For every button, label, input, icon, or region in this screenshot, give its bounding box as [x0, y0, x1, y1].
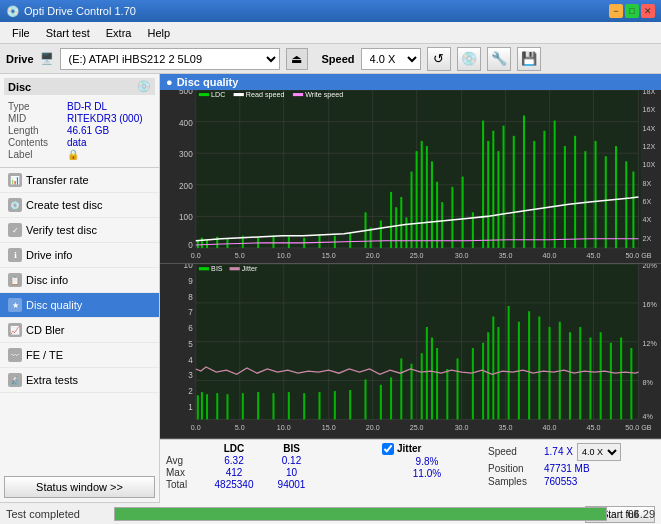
sidebar-item-disc-info[interactable]: 📋 Disc info	[0, 268, 159, 293]
progress-bar-fill	[115, 508, 606, 520]
svg-rect-37	[405, 217, 407, 248]
svg-text:100: 100	[179, 213, 193, 222]
svg-text:16%: 16%	[643, 300, 658, 309]
sidebar-item-drive-info[interactable]: ℹ Drive info	[0, 243, 159, 268]
refresh-button[interactable]: ↺	[427, 47, 451, 71]
title-bar-controls: − □ ✕	[609, 4, 655, 18]
svg-rect-63	[615, 146, 617, 248]
sidebar-item-label: Disc info	[26, 274, 68, 286]
sidebar-item-fe-te[interactable]: 〰 FE / TE	[0, 343, 159, 368]
title-bar: 💿 Opti Drive Control 1.70 − □ ✕	[0, 0, 661, 22]
speed-select-inline[interactable]: 4.0 X	[577, 443, 621, 461]
svg-text:0.0: 0.0	[191, 423, 201, 432]
sidebar-item-disc-quality[interactable]: ★ Disc quality	[0, 293, 159, 318]
sidebar-item-transfer-rate[interactable]: 📊 Transfer rate	[0, 168, 159, 193]
sidebar-item-cd-bler[interactable]: 📈 CD Bler	[0, 318, 159, 343]
stats-table: LDC BIS Avg 6.32 0.12 Max 412 10 Total 4…	[166, 443, 366, 490]
drive-info-icon: ℹ	[8, 248, 22, 262]
close-button[interactable]: ✕	[641, 4, 655, 18]
menu-help[interactable]: Help	[139, 25, 178, 41]
svg-rect-115	[197, 396, 199, 420]
svg-rect-40	[421, 141, 423, 248]
bis-header: BIS	[264, 443, 319, 454]
svg-text:5.0: 5.0	[235, 423, 245, 432]
title-bar-left: 💿 Opti Drive Control 1.70	[6, 5, 136, 18]
svg-rect-58	[564, 146, 566, 248]
svg-text:7: 7	[188, 308, 193, 318]
maximize-button[interactable]: □	[625, 4, 639, 18]
upper-chart-svg: 500 400 300 200 100 0 18X 16X 14X 12X 10…	[160, 90, 661, 263]
disc-button[interactable]: 💿	[457, 47, 481, 71]
svg-text:45.0: 45.0	[587, 423, 601, 432]
avg-bis: 0.12	[264, 455, 319, 466]
save-button[interactable]: 💾	[517, 47, 541, 71]
jitter-checkbox[interactable]	[382, 443, 394, 455]
drive-label: Drive	[6, 53, 34, 65]
svg-rect-33	[380, 220, 382, 248]
position-value: 47731 MB	[544, 463, 590, 474]
sidebar-item-verify-test-disc[interactable]: ✓ Verify test disc	[0, 218, 159, 243]
svg-rect-96	[293, 93, 303, 96]
jitter-label: Jitter	[397, 443, 421, 454]
svg-text:20%: 20%	[643, 264, 658, 270]
chart-title: Disc quality	[177, 76, 239, 88]
sidebar-item-label: Verify test disc	[26, 224, 97, 236]
svg-rect-127	[349, 390, 351, 419]
svg-rect-61	[595, 141, 597, 248]
menu-start-test[interactable]: Start test	[38, 25, 98, 41]
status-window-button[interactable]: Status window >>	[4, 476, 155, 498]
svg-rect-185	[230, 267, 240, 270]
speed-position: Speed 1.74 X 4.0 X Position 47731 MB Sam…	[488, 443, 621, 487]
svg-text:0.0: 0.0	[191, 252, 201, 260]
svg-rect-54	[523, 115, 525, 247]
svg-rect-43	[436, 182, 438, 248]
svg-rect-35	[395, 207, 397, 248]
svg-rect-19	[201, 238, 203, 248]
svg-rect-129	[380, 385, 382, 420]
svg-rect-156	[630, 348, 632, 419]
svg-rect-51	[497, 151, 499, 248]
svg-rect-148	[549, 327, 551, 419]
svg-text:35.0: 35.0	[499, 252, 513, 260]
svg-rect-122	[272, 393, 274, 419]
svg-text:200: 200	[179, 182, 193, 191]
svg-rect-92	[199, 93, 209, 96]
minimize-button[interactable]: −	[609, 4, 623, 18]
svg-text:Jitter: Jitter	[242, 265, 258, 274]
sidebar-item-create-test-disc[interactable]: 💿 Create test disc	[0, 193, 159, 218]
sidebar-item-label: FE / TE	[26, 349, 63, 361]
eject-button[interactable]: ⏏	[286, 48, 308, 70]
menu-extra[interactable]: Extra	[98, 25, 140, 41]
svg-rect-150	[569, 333, 571, 420]
svg-rect-128	[364, 380, 366, 420]
svg-rect-60	[584, 151, 586, 248]
svg-text:40.0: 40.0	[543, 423, 557, 432]
svg-text:5.0: 5.0	[235, 252, 245, 260]
jitter-avg: 9.8%	[382, 456, 472, 467]
settings-button[interactable]: 🔧	[487, 47, 511, 71]
drive-select[interactable]: (E:) ATAPI iHBS212 2 5L09	[60, 48, 280, 70]
lower-chart: 10 9 8 7 6 5 4 3 2 1 20% 16% 12% 8% 4%	[160, 264, 661, 438]
svg-rect-153	[600, 333, 602, 420]
progress-value: 66.29	[615, 508, 655, 520]
jitter-max: 11.0%	[382, 468, 472, 479]
lower-chart-svg: 10 9 8 7 6 5 4 3 2 1 20% 16% 12% 8% 4%	[160, 264, 661, 437]
svg-text:45.0: 45.0	[587, 252, 601, 260]
svg-rect-45	[451, 187, 453, 248]
svg-text:500: 500	[179, 90, 193, 96]
svg-text:3: 3	[188, 371, 193, 381]
svg-text:10: 10	[184, 264, 193, 270]
sidebar-item-extra-tests[interactable]: 🔬 Extra tests	[0, 368, 159, 393]
sidebar-item-label: Create test disc	[26, 199, 102, 211]
stats-row-total: Total 4825340 94001	[166, 479, 366, 490]
stats-row-avg: Avg 6.32 0.12	[166, 455, 366, 466]
menu-file[interactable]: File	[4, 25, 38, 41]
svg-rect-119	[226, 394, 228, 419]
chart-header: ● Disc quality	[160, 74, 661, 90]
svg-rect-123	[288, 392, 290, 419]
svg-text:8X: 8X	[643, 180, 652, 188]
disc-section-title: Disc	[8, 81, 31, 93]
svg-text:14X: 14X	[643, 125, 656, 133]
speed-select[interactable]: 4.0 X 1.0 X 2.0 X 6.0 X 8.0 X	[361, 48, 421, 70]
disc-prop-length: Length 46.61 GB	[8, 125, 151, 136]
